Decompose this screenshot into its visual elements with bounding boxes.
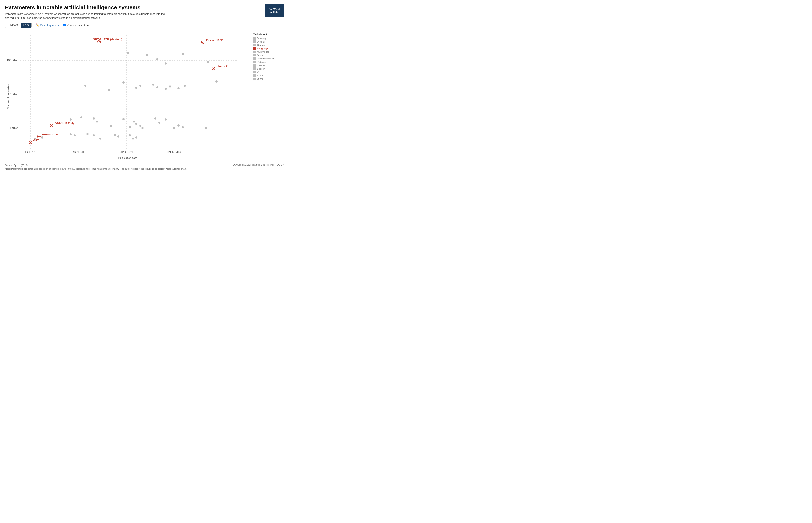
legend-label: Robotics (257, 61, 266, 63)
svg-point-69 (38, 136, 40, 137)
svg-point-33 (184, 85, 186, 87)
zoom-checkbox[interactable] (63, 24, 66, 26)
legend-item[interactable]: Robotics (253, 61, 284, 63)
svg-point-31 (169, 86, 171, 88)
legend-label: Language (257, 47, 268, 50)
svg-point-23 (84, 85, 87, 87)
legend-swatch (253, 64, 256, 67)
legend-title: Task domain (253, 33, 284, 36)
legend-label: Multimodal (257, 51, 269, 53)
legend-item[interactable]: Other (253, 54, 284, 56)
legend-label: Driving (257, 40, 265, 43)
svg-point-45 (141, 127, 144, 129)
legend-swatch (253, 40, 256, 43)
svg-point-41 (129, 126, 131, 128)
svg-point-61 (117, 136, 119, 138)
legend-swatch (253, 68, 256, 70)
chart-title: Parameters in notable artificial intelli… (5, 4, 261, 11)
legend-item[interactable]: Vision (253, 74, 284, 77)
y-axis-label: Number of parameters (7, 84, 10, 109)
legend-item[interactable]: Multimodal (253, 51, 284, 53)
svg-point-62 (129, 134, 131, 136)
legend-label: Speech (257, 68, 265, 70)
svg-point-55 (70, 133, 72, 136)
legend-item[interactable]: Speech (253, 68, 284, 70)
svg-point-40 (122, 118, 125, 120)
svg-point-26 (135, 87, 137, 89)
svg-point-22 (207, 61, 209, 63)
svg-text:GPT-3 175B (davinci): GPT-3 175B (davinci) (93, 38, 122, 41)
svg-point-44 (139, 125, 141, 127)
legend-item[interactable]: Other (253, 78, 284, 80)
legend-swatch (253, 51, 256, 53)
svg-text:GPT-2 (1542M): GPT-2 (1542M) (55, 122, 74, 125)
legend-label: Search (257, 64, 265, 67)
pencil-icon: ✏️ (36, 23, 39, 26)
chart-controls: LINEAR LOG ✏️ Select systems Zoom to sel… (5, 23, 284, 28)
legend-swatch (253, 71, 256, 73)
legend-panel: Task domain DrawingDrivingGamesLanguageM… (251, 31, 284, 162)
svg-point-52 (205, 127, 207, 129)
svg-point-20 (165, 62, 167, 65)
svg-point-17 (127, 52, 129, 54)
svg-point-51 (182, 126, 184, 128)
svg-point-29 (156, 86, 158, 88)
svg-point-59 (99, 138, 101, 140)
svg-point-32 (177, 87, 180, 89)
svg-point-43 (135, 123, 137, 125)
legend-label: Video (257, 71, 263, 73)
svg-point-81 (213, 68, 214, 69)
svg-point-64 (135, 137, 137, 139)
legend-swatch (253, 74, 256, 77)
credit-text: OurWorldInData.org/artificial-intelligen… (233, 164, 284, 166)
svg-point-58 (93, 134, 95, 137)
svg-point-50 (177, 124, 180, 127)
svg-point-54 (41, 137, 43, 139)
svg-text:100 billion: 100 billion (7, 59, 18, 62)
svg-point-24 (108, 89, 110, 91)
svg-point-46 (154, 118, 156, 120)
legend-label: Games (257, 44, 265, 46)
select-systems-button[interactable]: ✏️ Select systems (36, 23, 59, 26)
svg-point-60 (114, 134, 116, 136)
source-text: Source: Epoch (2023) (5, 164, 187, 167)
legend-item[interactable]: Driving (253, 40, 284, 43)
footer-left: Source: Epoch (2023) Note: Parameters ar… (5, 164, 187, 171)
legend-item[interactable]: Language (253, 47, 284, 50)
svg-text:BERT-Large: BERT-Large (42, 133, 58, 136)
svg-point-37 (93, 118, 95, 120)
svg-point-48 (165, 119, 167, 121)
legend-item[interactable]: Games (253, 44, 284, 46)
svg-text:GPT: GPT (33, 139, 39, 142)
footer-right: OurWorldInData.org/artificial-intelligen… (233, 164, 284, 171)
legend-swatch (253, 78, 256, 80)
legend-label: Drawing (257, 37, 266, 39)
svg-point-57 (87, 133, 89, 135)
svg-point-30 (165, 88, 167, 90)
legend-item[interactable]: Recommendation (253, 57, 284, 60)
svg-point-47 (158, 122, 160, 124)
svg-point-19 (156, 58, 158, 60)
svg-text:Publication date: Publication date (118, 157, 137, 160)
svg-text:Jun 4, 2021: Jun 4, 2021 (120, 151, 133, 154)
log-toggle[interactable]: LOG (20, 23, 32, 28)
svg-text:Jan 21, 2020: Jan 21, 2020 (72, 151, 87, 154)
svg-point-36 (80, 116, 82, 119)
svg-point-39 (110, 125, 112, 127)
legend-swatch (253, 37, 256, 39)
svg-text:Oct 17, 2022: Oct 17, 2022 (167, 151, 182, 154)
svg-point-34 (215, 80, 218, 83)
svg-point-27 (139, 85, 141, 87)
zoom-checkbox-label[interactable]: Zoom to selection (63, 23, 89, 26)
owid-logo: Our Worldin Data (265, 4, 284, 17)
legend-item[interactable]: Drawing (253, 37, 284, 39)
svg-point-42 (133, 121, 135, 123)
linear-toggle[interactable]: LINEAR (5, 23, 20, 28)
chart-subtitle: Parameters are variables in an AI system… (5, 12, 170, 20)
legend-label: Other (257, 54, 263, 56)
svg-point-63 (132, 138, 134, 140)
legend-item[interactable]: Search (253, 64, 284, 67)
legend-label: Vision (257, 74, 263, 77)
legend-item[interactable]: Video (253, 71, 284, 73)
svg-point-38 (96, 121, 98, 123)
